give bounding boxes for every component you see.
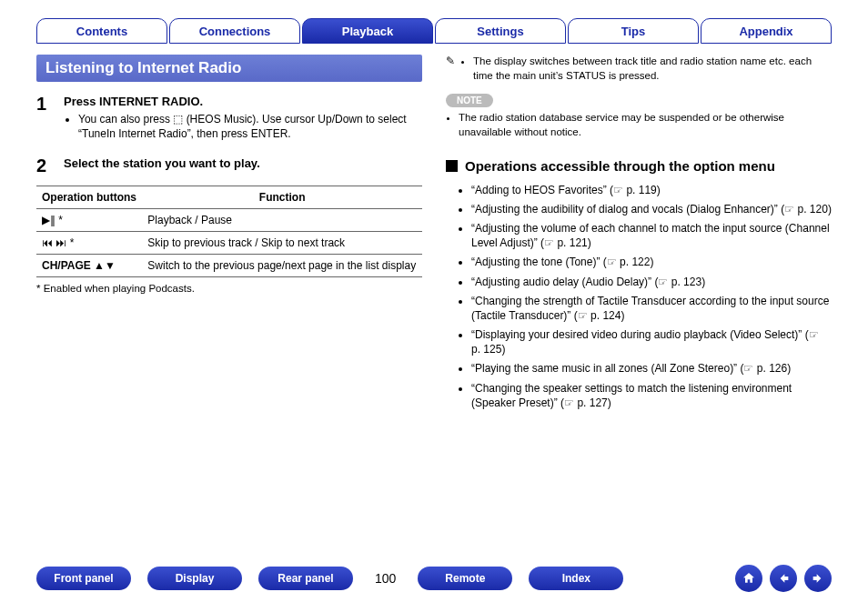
- table-head-function: Function: [142, 186, 422, 209]
- right-column: ✎ The display switches between track tit…: [446, 55, 832, 415]
- page-link-icon: ☞: [544, 236, 557, 249]
- top-tab-bar: Contents Connections Playback Settings T…: [36, 0, 832, 44]
- tab-settings[interactable]: Settings: [435, 18, 566, 44]
- option-menu-list: “Adding to HEOS Favorites” (☞ p. 119)“Ad…: [446, 183, 832, 410]
- page-link-icon: ☞: [607, 256, 620, 268]
- tab-tips[interactable]: Tips: [568, 18, 699, 44]
- bottom-rear-panel[interactable]: Rear panel: [258, 567, 353, 590]
- table-row: ⏮ ⏭ * Skip to previous track / Skip to n…: [36, 232, 422, 255]
- prev-page-button[interactable]: [770, 565, 797, 592]
- section-title: Listening to Internet Radio: [36, 55, 422, 82]
- step-1-number: 1: [36, 95, 53, 144]
- arrow-right-icon: [811, 571, 825, 586]
- page-link-icon: ☞: [784, 203, 797, 216]
- tab-contents[interactable]: Contents: [36, 18, 167, 44]
- step-2-number: 2: [36, 156, 53, 175]
- note-text: The radio station database service may b…: [459, 111, 832, 139]
- bottom-bar: Front panel Display Rear panel 100 Remot…: [36, 565, 832, 592]
- page-ref-link[interactable]: p. 126: [757, 362, 787, 375]
- page-link-icon: ☞: [578, 309, 590, 322]
- tab-connections[interactable]: Connections: [169, 18, 300, 44]
- square-bullet-icon: [446, 160, 458, 172]
- btn-play-pause: ▶‖ *: [42, 214, 63, 226]
- page-ref-link[interactable]: p. 127: [577, 396, 607, 409]
- table-row: CH/PAGE ▲▼ Switch to the previous page/n…: [36, 255, 422, 277]
- step-2: 2 Select the station you want to play.: [36, 156, 422, 175]
- page-ref-link[interactable]: p. 119: [626, 184, 656, 196]
- page-ref-link[interactable]: p. 125: [471, 343, 501, 356]
- fn-skip: Skip to previous track / Skip to next tr…: [142, 232, 422, 255]
- bottom-remote[interactable]: Remote: [418, 567, 512, 590]
- table-head-buttons: Operation buttons: [36, 186, 142, 209]
- page-ref-link[interactable]: p. 120: [798, 203, 828, 216]
- step-1-bullet: You can also press ⬚ (HEOS Music). Use c…: [78, 112, 422, 141]
- arrow-left-icon: [776, 571, 791, 586]
- option-item: “Adjusting the volume of each channel to…: [471, 221, 832, 250]
- tab-appendix[interactable]: Appendix: [701, 18, 832, 44]
- fn-play-pause: Playback / Pause: [142, 209, 422, 232]
- operations-table: Operation buttons Function ▶‖ * Playback…: [36, 186, 422, 277]
- btn-skip: ⏮ ⏭ *: [42, 236, 74, 249]
- page-link-icon: ☞: [809, 328, 819, 341]
- display-switch-note: The display switches between track title…: [473, 55, 832, 83]
- next-page-button[interactable]: [804, 565, 832, 592]
- option-item: “Displaying your desired video during au…: [471, 327, 832, 356]
- note-badge: NOTE: [446, 94, 493, 107]
- pencil-icon: ✎: [446, 55, 455, 67]
- home-icon: [742, 571, 756, 586]
- home-button[interactable]: [735, 565, 762, 592]
- option-item: “Adjusting audio delay (Audio Delay)” (☞…: [471, 275, 832, 289]
- page-ref-link[interactable]: p. 123: [671, 276, 701, 288]
- option-item: “Adjusting the tone (Tone)” (☞ p. 122): [471, 255, 832, 269]
- page-number: 100: [369, 571, 401, 586]
- page-ref-link[interactable]: p. 124: [590, 309, 621, 322]
- fn-chpage: Switch to the previous page/next page in…: [142, 255, 422, 277]
- bottom-index[interactable]: Index: [529, 567, 623, 590]
- option-item: “Adding to HEOS Favorites” (☞ p. 119): [471, 183, 832, 197]
- tab-playback[interactable]: Playback: [302, 18, 433, 44]
- page-ref-link[interactable]: p. 122: [620, 256, 650, 268]
- bottom-display[interactable]: Display: [147, 567, 242, 590]
- left-column: Listening to Internet Radio 1 Press INTE…: [36, 55, 422, 415]
- page-link-icon: ☞: [613, 184, 626, 196]
- step-1-title: Press INTERNET RADIO.: [64, 95, 422, 108]
- option-item: “Adjusting the audibility of dialog and …: [471, 202, 832, 216]
- step-2-title: Select the station you want to play.: [64, 156, 422, 170]
- page-link-icon: ☞: [743, 362, 756, 375]
- option-item: “Changing the speaker settings to match …: [471, 381, 832, 410]
- page-link-icon: ☞: [658, 276, 671, 288]
- page-ref-link[interactable]: p. 121: [557, 236, 587, 249]
- step-1: 1 Press INTERNET RADIO. You can also pre…: [36, 95, 422, 144]
- page-link-icon: ☞: [564, 396, 577, 409]
- bottom-front-panel[interactable]: Front panel: [36, 567, 131, 590]
- btn-chpage: CH/PAGE ▲▼: [42, 259, 116, 272]
- option-menu-heading: Operations accessible through the option…: [446, 157, 832, 176]
- option-item: “Changing the strength of Tactile Transd…: [471, 294, 832, 323]
- table-footnote: * Enabled when playing Podcasts.: [36, 283, 422, 294]
- option-item: “Playing the same music in all zones (Al…: [471, 361, 832, 376]
- option-menu-heading-text: Operations accessible through the option…: [465, 157, 775, 176]
- table-row: ▶‖ * Playback / Pause: [36, 209, 422, 232]
